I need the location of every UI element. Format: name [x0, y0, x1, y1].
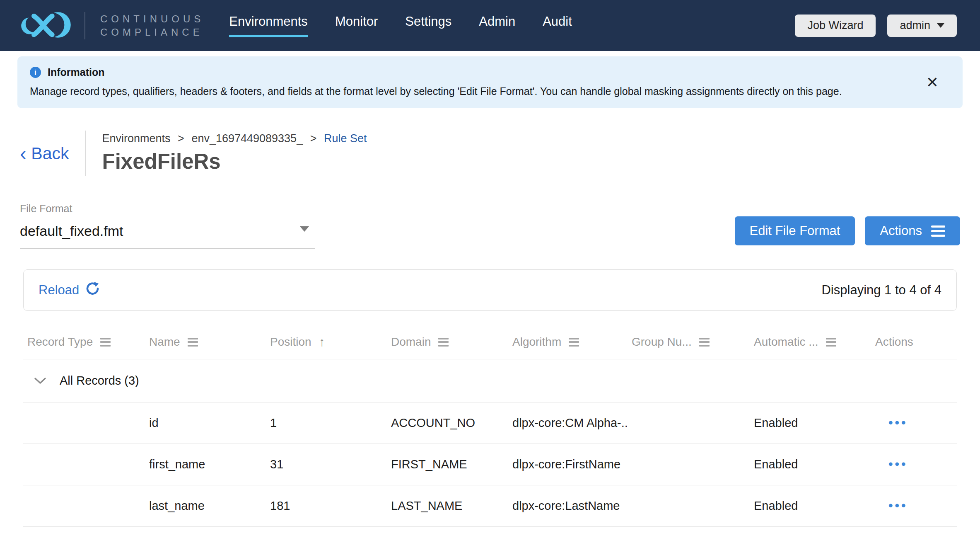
nav-item-admin[interactable]: Admin	[479, 14, 515, 37]
select-caret-icon	[300, 226, 309, 232]
breadcrumb: Environments > env_1697449089335_ > Rule…	[102, 131, 367, 145]
column-header-algorithm[interactable]: Algorithm	[508, 335, 628, 349]
back-button[interactable]: ‹ Back	[20, 144, 69, 163]
menu-icon	[931, 225, 945, 237]
cell-domain: LAST_NAME	[387, 499, 508, 513]
rule-set-table: Record Type Name Position ↑ Domain Algor…	[23, 325, 957, 527]
cell-name: last_name	[145, 499, 266, 513]
brand-line1: CONTINUOUS	[100, 12, 204, 25]
cell-automatic: Enabled	[750, 499, 871, 513]
displaying-count: Displaying 1 to 4 of 4	[821, 283, 941, 298]
column-header-group-number[interactable]: Group Nu...	[628, 335, 750, 349]
user-menu-button[interactable]: admin	[887, 15, 957, 37]
cell-position: 31	[266, 458, 387, 471]
action-buttons: Edit File Format Actions	[735, 216, 960, 249]
group-row-label: All Records (3)	[60, 374, 139, 388]
sort-ascending-icon[interactable]: ↑	[319, 335, 325, 349]
job-wizard-button[interactable]: Job Wizard	[795, 15, 876, 37]
column-header-record-type[interactable]: Record Type	[23, 335, 145, 349]
row-actions-menu-icon[interactable]: •••	[888, 499, 908, 512]
sort-icon[interactable]	[569, 338, 579, 347]
nav-item-environments[interactable]: Environments	[229, 14, 308, 37]
nav-item-monitor[interactable]: Monitor	[335, 14, 378, 37]
cell-position: 1	[266, 416, 387, 430]
group-row-all-records: All Records (3)	[23, 359, 957, 402]
table-row: id 1 ACCOUNT_NO dlpx-core:CM Alpha-... E…	[23, 402, 957, 444]
back-chevron-icon: ‹	[20, 144, 26, 163]
close-icon[interactable]: ✕	[926, 75, 939, 90]
column-header-actions: Actions	[871, 335, 957, 349]
page-header: ‹ Back Environments > env_1697449089335_…	[20, 131, 960, 176]
cell-automatic: Enabled	[750, 458, 871, 471]
nav-item-settings[interactable]: Settings	[405, 14, 451, 37]
cell-domain: ACCOUNT_NO	[387, 416, 508, 430]
top-navbar: CONTINUOUS COMPLIANCE Environments Monit…	[0, 0, 980, 51]
cell-name: first_name	[145, 458, 266, 471]
file-format-value: default_fixed.fmt	[20, 223, 315, 239]
format-row: File Format default_fixed.fmt Edit File …	[20, 203, 960, 249]
edit-file-format-button[interactable]: Edit File Format	[735, 216, 855, 245]
header-text: Environments > env_1697449089335_ > Rule…	[102, 131, 367, 176]
nav-item-audit[interactable]: Audit	[543, 14, 572, 37]
column-header-domain[interactable]: Domain	[387, 335, 508, 349]
cell-algorithm: dlpx-core:CM Alpha-...	[508, 416, 628, 430]
file-format-label: File Format	[20, 203, 315, 215]
breadcrumb-environments[interactable]: Environments	[102, 132, 170, 145]
cell-automatic: Enabled	[750, 416, 871, 430]
column-header-name[interactable]: Name	[145, 335, 266, 349]
actions-button[interactable]: Actions	[865, 216, 960, 245]
row-actions-menu-icon[interactable]: •••	[888, 416, 908, 429]
brand-text: CONTINUOUS COMPLIANCE	[100, 12, 204, 38]
sort-icon[interactable]	[438, 338, 449, 347]
info-banner: i Information Manage record types, quali…	[17, 56, 963, 108]
navbar-right: Job Wizard admin	[795, 15, 957, 37]
column-header-position[interactable]: Position ↑	[266, 335, 387, 349]
sort-icon[interactable]	[100, 338, 111, 347]
cell-algorithm: dlpx-core:FirstName	[508, 458, 628, 471]
page-title: FixedFileRs	[102, 149, 367, 176]
info-icon: i	[30, 67, 41, 78]
sort-icon[interactable]	[699, 338, 710, 347]
banner-message: Manage record types, qualifiers, headers…	[30, 85, 913, 97]
reload-button[interactable]: Reload	[39, 281, 100, 299]
chevron-down-icon	[937, 23, 944, 28]
cell-domain: FIRST_NAME	[387, 458, 508, 471]
cell-position: 181	[266, 499, 387, 513]
table-row: last_name 181 LAST_NAME dlpx-core:LastNa…	[23, 485, 957, 527]
brand-divider	[84, 12, 85, 39]
brand-area: CONTINUOUS COMPLIANCE	[17, 6, 204, 45]
breadcrumb-rule-set[interactable]: Rule Set	[324, 132, 367, 145]
table-header-row: Record Type Name Position ↑ Domain Algor…	[23, 325, 957, 359]
table-row: first_name 31 FIRST_NAME dlpx-core:First…	[23, 444, 957, 485]
banner-title: Information	[48, 66, 105, 78]
brand-line2: COMPLIANCE	[100, 26, 204, 39]
main-nav: Environments Monitor Settings Admin Audi…	[229, 14, 572, 37]
cell-name: id	[145, 416, 266, 430]
column-header-automatic[interactable]: Automatic ...	[750, 335, 871, 349]
row-actions-menu-icon[interactable]: •••	[888, 458, 908, 471]
file-format-select[interactable]: File Format default_fixed.fmt	[20, 203, 315, 249]
sort-icon[interactable]	[188, 338, 198, 347]
cell-algorithm: dlpx-core:LastName	[508, 499, 628, 513]
collapse-chevron-icon[interactable]	[34, 377, 46, 384]
table-toolbar: Reload Displaying 1 to 4 of 4	[23, 269, 957, 311]
reload-icon	[86, 281, 100, 299]
sort-icon[interactable]	[826, 338, 836, 347]
breadcrumb-environment-name[interactable]: env_1697449089335_	[191, 132, 303, 145]
delphix-logo-icon	[17, 6, 72, 45]
header-divider	[85, 131, 86, 176]
